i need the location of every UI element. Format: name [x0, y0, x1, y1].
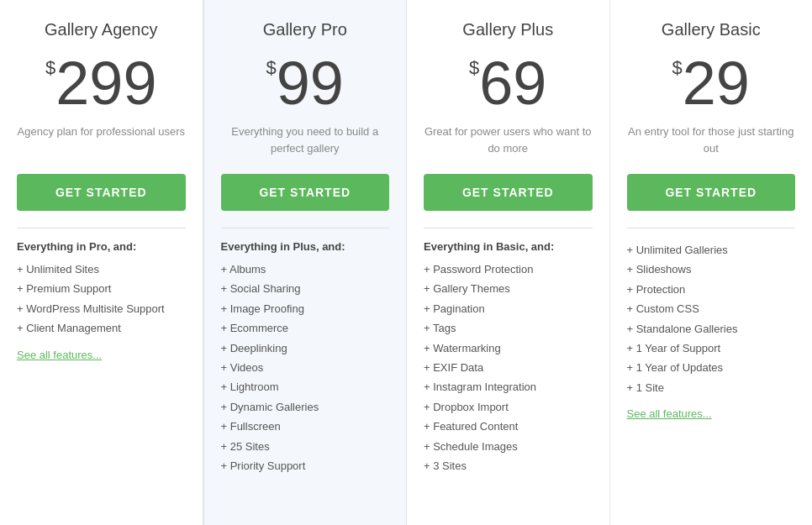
see-all-link-basic[interactable]: See all features... — [627, 407, 796, 420]
feature-item: + Tags — [424, 318, 593, 338]
feature-item: + 25 Sites — [221, 437, 390, 456]
divider-basic — [627, 228, 796, 228]
feature-item: + Priority Support — [221, 456, 390, 475]
feature-item: + Custom CSS — [627, 299, 796, 318]
plan-desc-agency: Agency plan for professional users — [17, 123, 186, 159]
feature-item: + Featured Content — [424, 417, 593, 436]
plan-basic: Gallery Basic $29 An entry tool for thos… — [610, 0, 813, 525]
feature-item: + Standalone Galleries — [627, 319, 796, 339]
feature-item: + Dynamic Galleries — [221, 397, 390, 417]
price-block-pro: $99 — [221, 53, 390, 113]
plan-desc-plus: Great for power users who want to do mor… — [424, 123, 593, 159]
price-dollar-agency: $ — [45, 57, 55, 78]
price-dollar-pro: $ — [266, 57, 277, 78]
get-started-button-pro[interactable]: GET STARTED — [221, 174, 390, 211]
feature-list-pro: + Albums+ Social Sharing+ Image Proofing… — [221, 260, 390, 475]
plan-name-plus: Gallery Plus — [424, 20, 593, 39]
feature-label-agency: Everything in Pro, and: — [17, 240, 186, 253]
feature-item: + WordPress Multisite Support — [17, 299, 186, 318]
feature-item: + 1 Year of Support — [627, 339, 796, 358]
get-started-button-agency[interactable]: GET STARTED — [17, 174, 186, 211]
get-started-button-plus[interactable]: GET STARTED — [424, 174, 593, 211]
feature-item: + Lightroom — [221, 377, 390, 396]
divider-pro — [221, 228, 390, 228]
price-block-agency: $299 — [17, 53, 186, 113]
feature-item: + Slideshows — [627, 260, 796, 279]
feature-item: + Premium Support — [17, 279, 186, 298]
feature-item: + Gallery Themes — [424, 279, 593, 298]
plan-desc-pro: Everything you need to build a perfect g… — [221, 123, 390, 159]
feature-item: + Albums — [221, 260, 390, 279]
feature-list-basic: + Unlimited Galleries+ Slideshows+ Prote… — [627, 240, 796, 397]
price-amount-basic: 29 — [683, 50, 750, 117]
pricing-table: Gallery Agency $299 Agency plan for prof… — [0, 0, 812, 525]
feature-item: + Unlimited Sites — [17, 260, 186, 279]
feature-item: + Password Protection — [424, 260, 593, 279]
plan-plus: Gallery Plus $69 Great for power users w… — [407, 0, 610, 525]
price-block-plus: $69 — [424, 53, 593, 113]
see-all-link-agency[interactable]: See all features... — [17, 349, 186, 361]
feature-item: + Watermarking — [424, 339, 593, 358]
feature-item: + Deeplinking — [221, 339, 390, 358]
feature-item: + Dropbox Import — [424, 397, 593, 417]
plan-pro: Gallery Pro $99 Everything you need to b… — [203, 0, 408, 525]
price-amount-plus: 69 — [479, 50, 546, 117]
feature-item: + Unlimited Galleries — [627, 240, 796, 260]
divider-plus — [424, 228, 593, 228]
feature-item: + Instagram Integration — [424, 377, 593, 396]
get-started-button-basic[interactable]: GET STARTED — [627, 174, 796, 211]
price-amount-pro: 99 — [277, 50, 344, 117]
feature-item: + Videos — [221, 358, 390, 377]
plan-name-agency: Gallery Agency — [17, 20, 186, 39]
plan-desc-basic: An entry tool for those just starting ou… — [627, 123, 796, 159]
divider-agency — [17, 228, 186, 228]
plan-name-pro: Gallery Pro — [221, 20, 390, 39]
feature-label-plus: Everything in Basic, and: — [424, 240, 593, 253]
plan-agency: Gallery Agency $299 Agency plan for prof… — [0, 0, 203, 525]
feature-item: + Client Management — [17, 318, 186, 338]
feature-item: + 1 Site — [627, 378, 796, 397]
feature-list-agency: + Unlimited Sites+ Premium Support+ Word… — [17, 260, 186, 339]
feature-item: + 1 Year of Updates — [627, 358, 796, 377]
price-amount-agency: 299 — [55, 50, 156, 117]
feature-item: + Pagination — [424, 299, 593, 318]
feature-item: + Schedule Images — [424, 437, 593, 456]
feature-label-pro: Everything in Plus, and: — [221, 240, 390, 253]
feature-item: + Ecommerce — [221, 318, 390, 338]
feature-item: + Image Proofing — [221, 299, 390, 318]
plan-name-basic: Gallery Basic — [627, 20, 796, 39]
feature-item: + 3 Sites — [424, 456, 593, 475]
feature-item: + Social Sharing — [221, 279, 390, 298]
feature-item: + Protection — [627, 280, 796, 299]
price-block-basic: $29 — [627, 53, 796, 113]
price-dollar-basic: $ — [672, 57, 683, 78]
feature-item: + Fullscreen — [221, 417, 390, 436]
feature-item: + EXIF Data — [424, 358, 593, 377]
feature-list-plus: + Password Protection+ Gallery Themes+ P… — [424, 260, 593, 475]
price-dollar-plus: $ — [469, 57, 479, 78]
